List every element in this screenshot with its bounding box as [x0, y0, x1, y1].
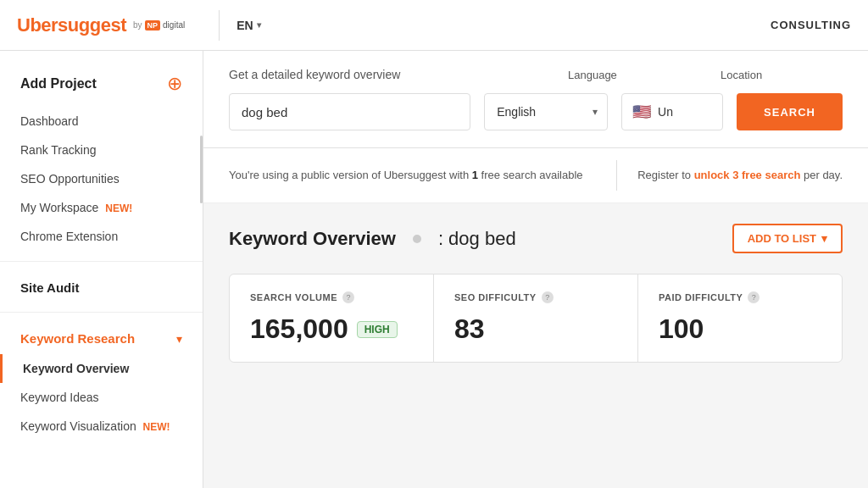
paid-difficulty-value: 100 — [659, 313, 704, 345]
search-volume-info-icon[interactable]: ? — [342, 291, 354, 303]
seo-difficulty-info-icon[interactable]: ? — [542, 291, 554, 303]
search-volume-value: 165,000 — [250, 313, 348, 345]
sidebar-item-keyword-visualization[interactable]: Keyword Visualization NEW! — [0, 412, 203, 441]
add-project-icon[interactable]: ⊕ — [167, 75, 182, 93]
language-select-wrapper: English Spanish French German ▾ — [484, 93, 608, 130]
keyword-research-label: Keyword Research — [20, 331, 135, 346]
search-inputs-row: English Spanish French German ▾ 🇺🇸 Un SE… — [229, 93, 843, 130]
unlock-searches-link[interactable]: unlock 3 free search — [694, 169, 801, 181]
search-volume-label: SEARCH VOLUME — [250, 292, 337, 302]
location-value: Un — [658, 105, 673, 119]
add-project-row: Add Project ⊕ — [0, 68, 203, 107]
flag-icon: 🇺🇸 — [632, 103, 651, 121]
logo-area: Ubersuggest by NP digital — [17, 14, 185, 36]
seo-difficulty-label: SEO DIFFICULTY — [454, 292, 537, 302]
nav-items-list: Dashboard Rank Tracking SEO Opportunitie… — [0, 107, 203, 251]
add-to-list-chevron-icon: ▾ — [821, 232, 827, 245]
top-nav: Ubersuggest by NP digital EN ▾ CONSULTIN… — [0, 0, 868, 51]
sidebar-item-chrome-extension[interactable]: Chrome Extension — [0, 222, 203, 251]
info-bar: You're using a public version of Ubersug… — [203, 148, 868, 203]
metrics-row: SEARCH VOLUME ? 165,000 HIGH SEO DIFFICU… — [229, 274, 843, 363]
new-badge-viz: NEW! — [143, 421, 170, 433]
search-section-label: Get a detailed keyword overview — [229, 68, 551, 81]
lang-label: EN — [236, 19, 253, 32]
search-section: Get a detailed keyword overview Language… — [203, 51, 868, 148]
language-select[interactable]: English Spanish French German — [484, 93, 608, 130]
free-search-count: 1 — [472, 169, 478, 181]
info-bar-register: Register to unlock 3 free search per day… — [637, 167, 843, 184]
sidebar-item-keyword-ideas[interactable]: Keyword Ideas — [0, 383, 203, 412]
metric-value-row-seo: 83 — [454, 313, 617, 345]
sidebar-item-seo-opportunities[interactable]: SEO Opportunities — [0, 164, 203, 193]
sidebar-separator-2 — [0, 312, 203, 313]
add-to-list-label: ADD TO LIST — [748, 232, 816, 245]
logo-digital-text: digital — [163, 20, 185, 30]
search-button[interactable]: SEARCH — [737, 93, 843, 130]
logo-byline: by NP digital — [133, 20, 185, 30]
sidebar-scrollbar — [200, 136, 203, 203]
metric-paid-difficulty: PAID DIFFICULTY ? 100 — [638, 274, 842, 362]
keyword-research-chevron-icon: ▾ — [176, 332, 182, 346]
overview-header: Keyword Overview : dog bed ADD TO LIST ▾ — [229, 224, 843, 253]
info-bar-divider — [616, 160, 617, 191]
overview-keyword: : dog bed — [438, 228, 516, 250]
metric-label-row-paid: PAID DIFFICULTY ? — [659, 291, 821, 303]
keyword-search-input[interactable] — [229, 93, 470, 130]
metric-label-row-volume: SEARCH VOLUME ? — [250, 291, 413, 303]
metric-seo-difficulty: SEO DIFFICULTY ? 83 — [434, 274, 638, 362]
metric-value-row-paid: 100 — [659, 313, 821, 345]
logo-text: Ubersuggest — [17, 14, 126, 36]
location-box[interactable]: 🇺🇸 Un — [621, 93, 723, 130]
sidebar-separator-1 — [0, 261, 203, 262]
add-to-list-button[interactable]: ADD TO LIST ▾ — [732, 224, 843, 253]
sidebar-item-keyword-overview[interactable]: Keyword Overview — [0, 354, 203, 383]
sidebar-item-my-workspace[interactable]: My Workspace NEW! — [0, 193, 203, 222]
metric-search-volume: SEARCH VOLUME ? 165,000 HIGH — [230, 274, 434, 362]
content-area: Get a detailed keyword overview Language… — [203, 51, 868, 488]
new-badge-workspace: NEW! — [105, 202, 132, 214]
chevron-down-icon: ▾ — [257, 20, 261, 30]
consulting-button[interactable]: CONSULTING — [771, 19, 851, 31]
language-selector[interactable]: EN ▾ — [236, 19, 260, 32]
info-bar-text: You're using a public version of Ubersug… — [229, 167, 596, 184]
sidebar: Add Project ⊕ Dashboard Rank Tracking SE… — [0, 51, 203, 488]
overview-title: Keyword Overview — [229, 228, 396, 250]
search-header-row: Get a detailed keyword overview Language… — [229, 68, 843, 81]
overview-dot-icon — [413, 235, 421, 243]
search-volume-badge: HIGH — [357, 321, 398, 338]
site-audit-title: Site Audit — [0, 272, 203, 302]
np-badge: NP — [145, 20, 161, 30]
sidebar-item-rank-tracking[interactable]: Rank Tracking — [0, 136, 203, 164]
paid-difficulty-label: PAID DIFFICULTY — [659, 292, 743, 302]
language-col-label: Language — [568, 69, 704, 81]
sidebar-item-dashboard[interactable]: Dashboard — [0, 107, 203, 136]
paid-difficulty-info-icon[interactable]: ? — [748, 291, 760, 303]
add-project-label: Add Project — [20, 76, 97, 92]
keyword-research-row[interactable]: Keyword Research ▾ — [0, 323, 203, 354]
overview-section: Keyword Overview : dog bed ADD TO LIST ▾… — [203, 203, 868, 383]
location-col-label: Location — [721, 69, 762, 81]
metric-value-row-volume: 165,000 HIGH — [250, 313, 413, 345]
main-layout: Add Project ⊕ Dashboard Rank Tracking SE… — [0, 51, 868, 488]
nav-divider — [219, 10, 220, 41]
metric-label-row-seo: SEO DIFFICULTY ? — [454, 291, 617, 303]
seo-difficulty-value: 83 — [454, 313, 485, 345]
logo-by-text: by — [133, 20, 142, 30]
